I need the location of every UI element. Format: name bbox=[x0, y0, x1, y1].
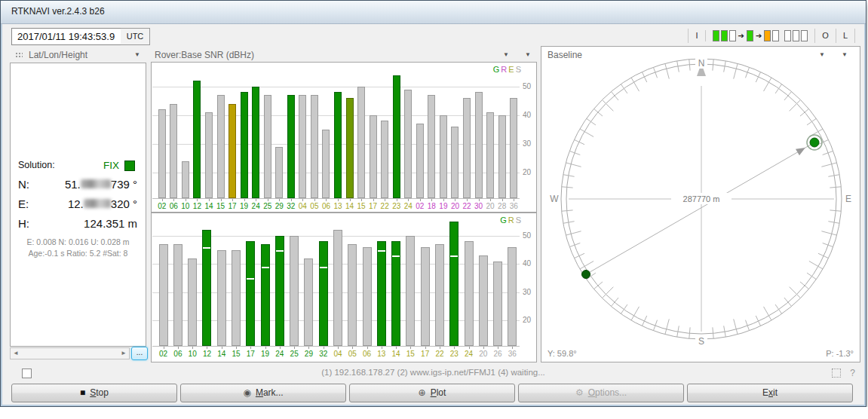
x-axis-tick bbox=[443, 199, 444, 201]
snr-secondary-mark bbox=[450, 255, 458, 257]
x-axis-tick bbox=[314, 199, 315, 201]
snr-bar bbox=[377, 241, 386, 346]
input-stream-button[interactable]: I bbox=[688, 29, 704, 43]
satellite-id-label: 05 bbox=[345, 350, 360, 358]
scroll-right-icon[interactable]: ► bbox=[121, 349, 127, 358]
stream-arrow-icon: ➔ bbox=[756, 31, 762, 41]
snr-freq-dropdown[interactable]: ▼ bbox=[525, 51, 531, 58]
output-stream-button[interactable]: O bbox=[814, 29, 836, 43]
snr-bar bbox=[357, 87, 365, 198]
satellite-id-label: 17 bbox=[367, 202, 379, 210]
gear-icon: ⚙ bbox=[575, 387, 584, 398]
compass-tick bbox=[566, 163, 581, 167]
title-bar[interactable]: RTKNAVI ver.2.4.3 b26 bbox=[1, 1, 866, 24]
drag-grip-icon bbox=[15, 52, 23, 58]
x-axis-tick bbox=[250, 347, 251, 349]
legend-letter: G bbox=[493, 65, 501, 74]
time-system-button[interactable]: UTC bbox=[121, 28, 150, 45]
compass-tick bbox=[689, 327, 690, 338]
x-axis-tick bbox=[420, 199, 421, 201]
exit-button[interactable]: Exit bbox=[687, 384, 853, 402]
help-icon[interactable]: ? bbox=[850, 368, 855, 378]
compass-tick bbox=[587, 118, 596, 125]
baseline-vector bbox=[586, 142, 814, 274]
expand-button[interactable]: ... bbox=[131, 347, 148, 360]
x-axis-tick bbox=[164, 347, 164, 349]
solution-format-label: Lat/Lon/Height bbox=[29, 50, 87, 60]
x-axis-tick bbox=[326, 199, 327, 201]
snr-bar bbox=[498, 115, 506, 198]
snr-plot-type-dropdown[interactable]: ▼ bbox=[503, 51, 509, 58]
snr-bar bbox=[261, 244, 270, 346]
x-axis-tick bbox=[410, 347, 411, 349]
satellite-id-label: 06 bbox=[170, 350, 185, 358]
satellite-id-label: 13 bbox=[332, 202, 344, 210]
plot-button[interactable]: ⊕Plot bbox=[349, 384, 515, 402]
snr-bar bbox=[475, 92, 483, 198]
solution-format-dropdown[interactable]: ▼ bbox=[134, 51, 140, 58]
stop-button[interactable]: ■Stop bbox=[11, 384, 177, 402]
satellite-id-label: 18 bbox=[426, 202, 438, 210]
y-axis-tick-label: 30 bbox=[523, 139, 531, 148]
satellite-id-label: 02 bbox=[414, 202, 426, 210]
snr-bar bbox=[406, 236, 415, 346]
x-axis-tick bbox=[173, 199, 174, 201]
snr-bar bbox=[322, 130, 330, 198]
snr-bar bbox=[370, 115, 377, 198]
x-axis-tick bbox=[467, 199, 468, 201]
satellite-id-label: 10 bbox=[179, 202, 192, 210]
plot-icon: ⊕ bbox=[419, 387, 426, 398]
mark-button[interactable]: ◉Mark... bbox=[180, 384, 346, 402]
legend-letter: R bbox=[501, 65, 508, 74]
stream-status-square bbox=[764, 30, 771, 41]
satellite-id-label: 19 bbox=[437, 202, 449, 210]
log-stream-button[interactable]: L bbox=[836, 29, 855, 43]
satellite-id-label: 02 bbox=[156, 202, 168, 210]
satellite-id-label: 22 bbox=[379, 202, 391, 210]
fix-status-icon bbox=[124, 161, 135, 171]
time-display[interactable]: 2017/01/11 19:43:53.9 bbox=[11, 28, 127, 45]
x-axis-tick bbox=[209, 199, 210, 201]
scroll-left-icon[interactable]: ◄ bbox=[13, 349, 19, 358]
x-axis-tick bbox=[431, 199, 432, 201]
snr-bar bbox=[428, 95, 435, 198]
x-axis-tick bbox=[469, 347, 470, 349]
snr-bar bbox=[217, 250, 226, 347]
window-title: RTKNAVI ver.2.4.3 b26 bbox=[11, 6, 105, 17]
satellite-id-label: 13 bbox=[374, 350, 388, 358]
baseline-distance-value: 287770 m bbox=[683, 194, 720, 203]
options-button[interactable]: ⚙Options... bbox=[518, 384, 684, 402]
snr-bar bbox=[241, 92, 248, 198]
compass-east-label: E bbox=[845, 194, 851, 204]
satellite-id-label: 23 bbox=[447, 350, 462, 358]
snr-bar bbox=[275, 147, 283, 198]
y-axis-tick-label: 50 bbox=[523, 82, 531, 90]
system-legend: GRS bbox=[500, 216, 523, 225]
snr-bar bbox=[465, 241, 474, 346]
compass-tick bbox=[734, 63, 738, 78]
solution-scrollbar[interactable]: ◄ ► bbox=[10, 347, 130, 359]
satellite-id-label: 19 bbox=[238, 202, 250, 210]
snr-bar bbox=[463, 98, 471, 198]
snr-secondary-mark bbox=[203, 247, 210, 249]
snr-bar bbox=[363, 247, 372, 346]
tray-icon[interactable] bbox=[832, 369, 841, 378]
snr-bar bbox=[173, 244, 182, 346]
x-axis-tick bbox=[440, 347, 440, 349]
solution-label: Solution: bbox=[18, 160, 55, 170]
compass-tick bbox=[775, 84, 782, 93]
satellite-id-label: 14 bbox=[203, 202, 215, 210]
stream-arrow-icon: ➔ bbox=[738, 31, 744, 41]
satellite-id-label: 04 bbox=[330, 350, 345, 358]
snr-bar bbox=[346, 98, 354, 198]
compass-tick bbox=[562, 187, 573, 188]
snr-bar bbox=[391, 241, 400, 346]
compass-tick bbox=[665, 63, 669, 78]
satellite-id-label: 06 bbox=[321, 202, 333, 210]
x-axis-tick bbox=[396, 347, 397, 349]
snr-bar bbox=[290, 236, 299, 346]
satellite-id-label: 15 bbox=[215, 202, 227, 210]
snr-bar bbox=[479, 255, 488, 346]
gridline bbox=[152, 87, 520, 87]
satellite-id-label: 29 bbox=[273, 202, 285, 210]
